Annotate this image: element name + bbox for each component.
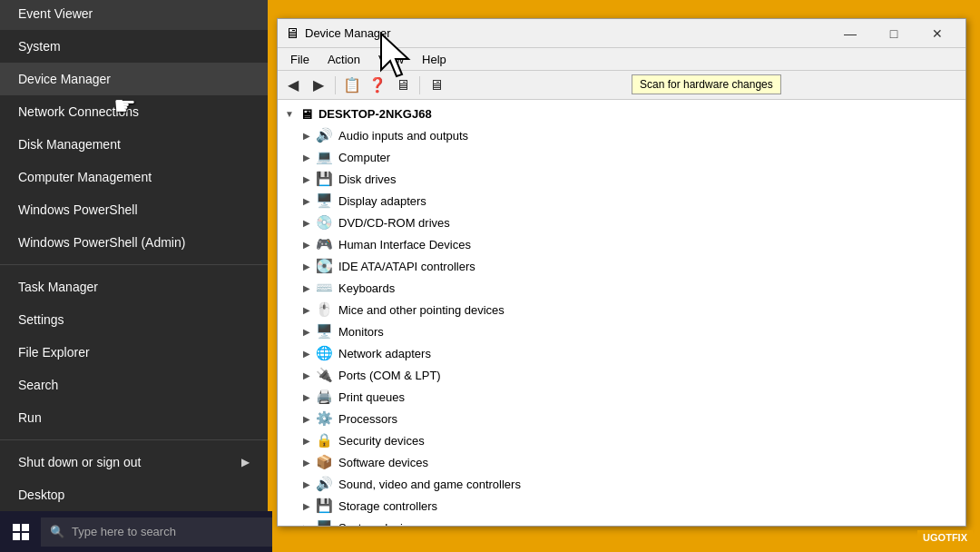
menu-separator-1 bbox=[0, 264, 268, 265]
menu-file[interactable]: File bbox=[281, 51, 318, 68]
menu-item-run[interactable]: Run bbox=[0, 401, 268, 434]
menu-item-powershell[interactable]: Windows PowerShell bbox=[0, 193, 268, 226]
window-titlebar: 🖥 Device Manager — □ ✕ bbox=[278, 19, 965, 48]
network-icon: 🌐 bbox=[316, 345, 333, 361]
start-menu: Apps and Features Power Options Event Vi… bbox=[0, 0, 268, 511]
processor-icon: ⚙️ bbox=[316, 410, 333, 427]
maximize-button[interactable]: □ bbox=[873, 19, 915, 48]
disk-icon: 💾 bbox=[316, 171, 333, 187]
tree-item-storage[interactable]: ▶ 💾 Storage controllers bbox=[278, 495, 965, 517]
menu-item-file-explorer[interactable]: File Explorer bbox=[0, 336, 268, 369]
monitors-label: Monitors bbox=[338, 325, 384, 339]
show-properties-button[interactable]: 📋 bbox=[340, 74, 364, 97]
toolbar-separator-2 bbox=[419, 76, 420, 94]
menu-item-shutdown[interactable]: Shut down or sign out ▶ bbox=[0, 446, 268, 478]
tree-item-hid[interactable]: ▶ 🎮 Human Interface Devices bbox=[278, 233, 965, 255]
root-label: DESKTOP-2NKGJ68 bbox=[318, 107, 432, 121]
software-label: Software devices bbox=[338, 456, 428, 469]
window-menubar: File Action View Help bbox=[278, 48, 965, 71]
hid-icon: 🎮 bbox=[316, 236, 333, 252]
tree-item-mice[interactable]: ▶ 🖱️ Mice and other pointing devices bbox=[278, 299, 965, 320]
keyboard-icon: ⌨️ bbox=[316, 280, 333, 296]
tree-item-monitors[interactable]: ▶ 🖥️ Monitors bbox=[278, 320, 965, 342]
security-icon: 🔒 bbox=[316, 432, 333, 448]
menu-item-device-manager[interactable]: Device Manager bbox=[0, 63, 268, 95]
menu-item-settings[interactable]: Settings bbox=[0, 303, 268, 336]
menu-item-event-viewer[interactable]: Event Viewer bbox=[0, 0, 268, 30]
menu-view[interactable]: View bbox=[369, 51, 413, 68]
processors-label: Processors bbox=[338, 412, 397, 426]
tree-item-audio[interactable]: ▶ 🔊 Audio inputs and outputs bbox=[278, 124, 965, 146]
storage-label: Storage controllers bbox=[338, 499, 437, 513]
root-expand-icon: ▼ bbox=[285, 109, 294, 119]
tree-item-display[interactable]: ▶ 🖥️ Display adapters bbox=[278, 190, 965, 212]
audio-icon: 🔊 bbox=[316, 127, 333, 143]
menu-separator-2 bbox=[0, 439, 268, 440]
tree-item-dvd[interactable]: ▶ 💿 DVD/CD-ROM drives bbox=[278, 212, 965, 233]
tree-item-print[interactable]: ▶ 🖨️ Print queues bbox=[278, 386, 965, 408]
computer-label: Computer bbox=[338, 151, 390, 164]
dvd-label: DVD/CD-ROM drives bbox=[338, 216, 450, 230]
menu-item-disk[interactable]: Disk Management bbox=[0, 128, 268, 161]
tree-item-ports[interactable]: ▶ 🔌 Ports (COM & LPT) bbox=[278, 364, 965, 386]
scan-hardware-tooltip: Scan for hardware changes bbox=[632, 74, 781, 94]
tree-item-security[interactable]: ▶ 🔒 Security devices bbox=[278, 429, 965, 451]
tree-item-computer[interactable]: ▶ 💻 Computer bbox=[278, 146, 965, 168]
display-icon: 🖥️ bbox=[316, 192, 333, 209]
menu-item-task-manager[interactable]: Task Manager bbox=[0, 271, 268, 303]
disk-label: Disk drives bbox=[338, 172, 397, 186]
forward-button[interactable]: ▶ bbox=[307, 74, 330, 97]
system-icon: 🖥️ bbox=[316, 519, 333, 526]
dvd-icon: 💿 bbox=[316, 214, 333, 231]
hid-label: Human Interface Devices bbox=[338, 238, 471, 251]
tree-item-network[interactable]: ▶ 🌐 Network adapters bbox=[278, 342, 965, 364]
tree-item-sound[interactable]: ▶ 🔊 Sound, video and game controllers bbox=[278, 473, 965, 495]
windows-logo-icon bbox=[13, 524, 29, 540]
device-tree[interactable]: ▼ 🖥 DESKTOP-2NKGJ68 ▶ 🔊 Audio inputs and… bbox=[278, 100, 965, 526]
menu-item-powershell-admin[interactable]: Windows PowerShell (Admin) bbox=[0, 226, 268, 259]
tree-item-disk[interactable]: ▶ 💾 Disk drives bbox=[278, 168, 965, 190]
close-button[interactable]: ✕ bbox=[916, 19, 958, 48]
ide-expand-icon: ▶ bbox=[303, 261, 310, 271]
menu-item-search[interactable]: Search bbox=[0, 369, 268, 401]
computer-expand-icon: ▶ bbox=[303, 153, 310, 163]
taskbar-search-box[interactable]: 🔍 Type here to search bbox=[41, 518, 272, 547]
menu-item-system[interactable]: System bbox=[0, 30, 268, 63]
storage-icon: 💾 bbox=[316, 498, 333, 514]
menu-help[interactable]: Help bbox=[413, 51, 456, 68]
software-icon: 📦 bbox=[316, 454, 333, 470]
monitor-icon: 🖥️ bbox=[316, 323, 333, 340]
watermark: UGOTFIX bbox=[917, 530, 973, 545]
ide-label: IDE ATA/ATAPI controllers bbox=[338, 260, 475, 273]
minimize-button[interactable]: — bbox=[829, 19, 871, 48]
menu-action[interactable]: Action bbox=[318, 51, 369, 68]
mice-expand-icon: ▶ bbox=[303, 305, 310, 315]
tree-item-software[interactable]: ▶ 📦 Software devices bbox=[278, 451, 965, 473]
software-expand-icon: ▶ bbox=[303, 458, 310, 468]
device-manager-window: 🖥 Device Manager — □ ✕ File Action View … bbox=[277, 18, 966, 527]
processors-expand-icon: ▶ bbox=[303, 414, 310, 424]
tree-item-processors[interactable]: ▶ ⚙️ Processors bbox=[278, 408, 965, 429]
menu-item-network[interactable]: Network Connections bbox=[0, 95, 268, 128]
toolbar-separator-1 bbox=[335, 76, 336, 94]
tree-item-keyboards[interactable]: ▶ ⌨️ Keyboards bbox=[278, 277, 965, 299]
scan-changes-button[interactable]: 🖥 bbox=[391, 74, 415, 97]
tree-item-ide[interactable]: ▶ 💽 IDE ATA/ATAPI controllers bbox=[278, 255, 965, 277]
menu-item-desktop[interactable]: Desktop bbox=[0, 478, 268, 511]
back-button[interactable]: ◀ bbox=[281, 74, 305, 97]
menu-item-computer-mgmt[interactable]: Computer Management bbox=[0, 161, 268, 193]
tree-item-system-devices[interactable]: ▶ 🖥️ System devices bbox=[278, 517, 965, 526]
ide-icon: 💽 bbox=[316, 258, 333, 274]
network-expand-icon: ▶ bbox=[303, 349, 310, 359]
taskbar-search-placeholder: Type here to search bbox=[72, 525, 176, 538]
system-label: System devices bbox=[338, 521, 421, 527]
system-expand-icon: ▶ bbox=[303, 523, 310, 527]
mouse-icon: 🖱️ bbox=[316, 301, 333, 318]
tree-root-node[interactable]: ▼ 🖥 DESKTOP-2NKGJ68 bbox=[278, 104, 965, 124]
view-resources-button[interactable]: 🖥 bbox=[425, 74, 448, 97]
start-button[interactable] bbox=[0, 511, 41, 552]
print-icon: 🖨️ bbox=[316, 389, 333, 405]
update-driver-button[interactable]: ❓ bbox=[366, 74, 389, 97]
hid-expand-icon: ▶ bbox=[303, 240, 310, 250]
submenu-arrow-icon: ▶ bbox=[241, 456, 250, 468]
